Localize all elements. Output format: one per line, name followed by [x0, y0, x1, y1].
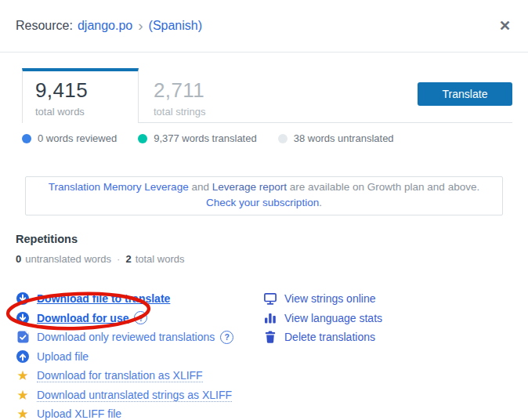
leverage-report-link[interactable]: Leverage report	[212, 181, 287, 193]
trash-icon	[263, 331, 277, 343]
legend-item-translated: 9,377 words translated	[138, 132, 257, 144]
notice-period: .	[319, 197, 322, 208]
check-subscription-link[interactable]: Check your subscription	[206, 197, 319, 208]
help-question-icon[interactable]: ?	[134, 311, 147, 324]
total-words-stat-label: total words	[136, 253, 185, 265]
download-untranslated-xliff-link[interactable]: ★ Download untranslated strings as XLIFF	[16, 386, 263, 405]
repetitions-stats: 0 untranslated words · 2 total words	[16, 253, 512, 265]
close-icon[interactable]: ✕	[499, 19, 511, 33]
delete-translations-link[interactable]: Delete translations	[263, 328, 382, 347]
plan-notice-line2: Check your subscription.	[34, 195, 494, 211]
total-words-count: 2	[125, 253, 131, 265]
legend-item-reviewed: 0 words reviewed	[22, 132, 117, 144]
link-label: Download only reviewed translations	[37, 331, 215, 343]
tab-total-words[interactable]: 9,415 total words	[22, 68, 139, 123]
star-icon: ★	[16, 407, 30, 420]
download-file-to-translate-link[interactable]: Download file to translate	[16, 289, 263, 309]
star-icon: ★	[16, 369, 30, 382]
view-strings-online-link[interactable]: View strings online	[263, 289, 382, 309]
resource-label: Resource:	[16, 19, 73, 33]
help-question-icon[interactable]: ?	[220, 331, 233, 344]
legend-reviewed-label: 0 words reviewed	[38, 132, 117, 144]
untranslated-words-count: 0	[16, 253, 21, 265]
words-legend: 0 words reviewed 9,377 words translated …	[16, 132, 512, 144]
link-label: View strings online	[284, 292, 375, 305]
download-only-reviewed-link[interactable]: Download only reviewed translations ?	[16, 328, 263, 347]
tm-leverage-link[interactable]: Translation Memory Leverage	[49, 181, 189, 193]
resource-details-modal: { "window": { "close_icon": "✕" }, "head…	[0, 0, 528, 420]
total-strings-label: total strings	[154, 106, 205, 118]
translated-dot-icon	[138, 134, 147, 143]
link-label: Download for translation as XLIFF	[37, 369, 203, 382]
download-for-use-link[interactable]: Download for use ?	[16, 309, 263, 328]
total-words-label: total words	[35, 106, 138, 118]
download-translation-xliff-link[interactable]: ★ Download for translation as XLIFF	[16, 366, 263, 386]
modal-title: Resource: django.po › (Spanish)	[16, 18, 202, 34]
star-icon: ★	[16, 389, 30, 402]
upload-circle-icon	[16, 350, 30, 363]
view-language-stats-link[interactable]: View language stats	[263, 309, 382, 328]
upload-file-link[interactable]: Upload file	[16, 347, 263, 367]
notice-tail-text: are available on Growth plan and above.	[287, 181, 479, 193]
chevron-right-icon: ›	[138, 18, 143, 33]
bar-chart-icon	[263, 313, 277, 324]
repetitions-heading: Repetitions	[16, 233, 512, 245]
plan-notice-line1: Translation Memory Leverage and Leverage…	[34, 179, 494, 195]
monitor-icon	[263, 293, 277, 305]
download-circle-icon	[16, 292, 30, 305]
view-actions-column: View strings online View language stats …	[263, 289, 382, 420]
link-label: Download file to translate	[37, 292, 170, 305]
link-label: Delete translations	[284, 331, 375, 343]
tab-total-strings[interactable]: 2,711 total strings	[139, 68, 205, 123]
untranslated-dot-icon	[278, 134, 288, 143]
untranslated-words-label: untranslated words	[25, 253, 111, 265]
modal-header: Resource: django.po › (Spanish) ✕	[0, 0, 528, 52]
link-label: Upload XLIFF file	[37, 407, 121, 420]
link-label: Download for use	[37, 312, 128, 324]
resource-name-link[interactable]: django.po	[78, 19, 132, 33]
legend-item-untranslated: 38 words untranslated	[278, 132, 394, 144]
reviewed-dot-icon	[22, 134, 31, 143]
link-label: Upload file	[37, 350, 89, 363]
link-label: View language stats	[284, 312, 382, 324]
plan-notice-box: Translation Memory Leverage and Leverage…	[25, 176, 503, 215]
download-circle-icon	[16, 312, 30, 324]
upload-xliff-link[interactable]: ★ Upload XLIFF file	[16, 405, 263, 420]
total-words-value: 9,415	[35, 78, 138, 103]
legend-translated-label: 9,377 words translated	[154, 132, 257, 144]
modal-body: 9,415 total words 2,711 total strings Tr…	[0, 68, 528, 420]
link-label: Download untranslated strings as XLIFF	[37, 389, 232, 402]
dot-separator: ·	[117, 253, 120, 265]
language-link[interactable]: (Spanish)	[149, 19, 202, 33]
file-actions-column: Download file to translate Download for …	[16, 289, 263, 420]
actions-section: Download file to translate Download for …	[16, 289, 512, 420]
legend-untranslated-label: 38 words untranslated	[294, 132, 394, 144]
document-check-icon	[16, 331, 30, 343]
stats-tabs: 9,415 total words 2,711 total strings Tr…	[16, 68, 512, 123]
notice-and-text: and	[189, 181, 212, 193]
total-strings-value: 2,711	[154, 78, 205, 103]
translate-button[interactable]: Translate	[418, 82, 512, 106]
